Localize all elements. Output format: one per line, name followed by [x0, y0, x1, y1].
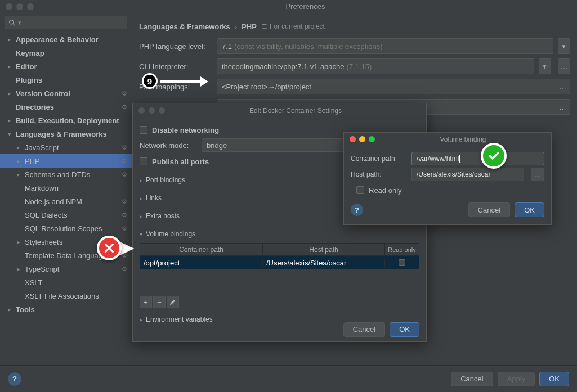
chevron-none-icon — [16, 212, 21, 218]
vb-close-dot[interactable] — [350, 136, 356, 142]
gear-icon — [122, 197, 127, 205]
readonly-checkbox[interactable] — [356, 186, 364, 194]
volume-bindings-table: Container path Host path Read only /opt/… — [140, 243, 419, 292]
search-dropdown-icon[interactable]: ▾ — [18, 19, 21, 26]
chevron-none-icon — [16, 226, 21, 231]
sidebar: ▾ Appearance & BehaviorKeymapEditorPlugi… — [0, 13, 132, 361]
sidebar-item-php[interactable]: PHP — [0, 154, 132, 168]
sidebar-item-schemas-and-dtds[interactable]: Schemas and DTDs — [0, 168, 132, 181]
docker-cancel-button[interactable]: Cancel — [343, 322, 385, 337]
breadcrumb-leaf: PHP — [241, 22, 257, 31]
breadcrumb: Languages & Frameworks › PHP For current… — [139, 19, 570, 34]
volume-binding-title: Volume binding — [375, 136, 551, 143]
sidebar-item-label: Schemas and DTDs — [25, 170, 90, 179]
readonly-label: Read only — [369, 186, 402, 195]
chevron-none-icon — [16, 199, 21, 204]
sidebar-item-label: XSLT File Associations — [25, 292, 99, 300]
sidebar-item-typescript[interactable]: TypeScript — [0, 262, 132, 276]
section-volume-bindings[interactable]: ▾Volume bindings — [140, 227, 419, 241]
chevron-right-icon — [7, 91, 12, 96]
chevron-none-icon — [16, 253, 21, 258]
close-dot[interactable] — [6, 3, 12, 10]
volume-binding-dialog: Volume binding Container path: /var/www/… — [343, 132, 552, 225]
breadcrumb-root[interactable]: Languages & Frameworks — [139, 22, 230, 31]
text-cursor — [459, 155, 460, 163]
sidebar-item-xslt[interactable]: XSLT — [0, 276, 132, 289]
disable-networking-label: Disable networking — [152, 126, 219, 134]
host-path-label: Host path: — [351, 170, 407, 178]
volume-row[interactable]: /opt/project /Users/alexis/Sites/oscar — [140, 256, 419, 269]
min-dot[interactable] — [16, 3, 23, 10]
sidebar-item-label: Plugins — [16, 76, 42, 84]
dlg-close-dot[interactable] — [138, 107, 145, 114]
sidebar-item-label: TypeScript — [25, 265, 59, 273]
sidebar-item-languages-frameworks[interactable]: Languages & Frameworks — [0, 127, 132, 141]
host-path-input[interactable]: /Users/alexis/Sites/oscar — [411, 168, 524, 181]
sidebar-item-tools[interactable]: Tools — [0, 303, 132, 316]
lang-level-dropdown-icon[interactable]: ▼ — [558, 38, 570, 54]
sidebar-item-editor[interactable]: Editor — [0, 60, 132, 73]
path-browse-icon[interactable]: … — [559, 83, 566, 91]
sidebar-item-sql-dialects[interactable]: SQL Dialects — [0, 208, 132, 222]
remove-button[interactable]: − — [153, 296, 166, 308]
lang-level-label: PHP language level: — [139, 42, 212, 51]
publish-all-ports-label: Publish all ports — [152, 157, 209, 166]
footer-ok-button[interactable]: OK — [539, 372, 569, 386]
sidebar-item-build-execution-deployment[interactable]: Build, Execution, Deployment — [0, 114, 132, 127]
annotation-step-9: 9 — [142, 73, 158, 89]
chevron-none-icon — [7, 104, 12, 110]
docker-browse-icon[interactable]: … — [559, 103, 566, 111]
edit-button[interactable] — [167, 296, 179, 308]
chevron-none-icon — [7, 50, 12, 56]
vb-max-dot[interactable] — [369, 136, 375, 142]
sidebar-item-markdown[interactable]: Markdown — [0, 181, 132, 195]
container-path-input[interactable]: /var/www/html — [411, 152, 544, 165]
sidebar-item-version-control[interactable]: Version Control — [0, 87, 132, 100]
sidebar-item-sql-resolution-scopes[interactable]: SQL Resolution Scopes — [0, 222, 132, 235]
cli-browse-button[interactable]: … — [558, 58, 570, 74]
vb-ok-button[interactable]: OK — [515, 202, 544, 217]
row-readonly-checkbox[interactable] — [399, 259, 405, 266]
docker-ok-button[interactable]: OK — [390, 322, 419, 337]
sidebar-item-label: Appearance & Behavior — [16, 35, 99, 44]
dlg-min-dot[interactable] — [149, 107, 155, 114]
cli-dropdown-icon[interactable]: ▼ — [539, 58, 551, 74]
annotation-error-icon — [97, 236, 122, 260]
chevron-right-icon — [16, 158, 21, 164]
col-read-only: Read only — [385, 244, 419, 255]
chevron-none-icon — [16, 293, 21, 299]
gear-icon — [122, 157, 127, 165]
host-path-browse-button[interactable]: … — [531, 168, 544, 181]
publish-all-ports-checkbox[interactable] — [140, 157, 147, 165]
sidebar-item-label: SQL Resolution Scopes — [25, 224, 102, 233]
footer-cancel-button[interactable]: Cancel — [451, 372, 493, 386]
sidebar-item-xslt-file-associations[interactable]: XSLT File Associations — [0, 289, 132, 303]
sidebar-item-directories[interactable]: Directories — [0, 100, 132, 114]
chevron-right-icon — [7, 118, 12, 123]
help-icon[interactable]: ? — [351, 204, 363, 216]
vb-cancel-button[interactable]: Cancel — [468, 202, 510, 217]
footer-help-icon[interactable]: ? — [8, 372, 21, 386]
sidebar-item-javascript[interactable]: JavaScript — [0, 141, 132, 154]
settings-tree: Appearance & BehaviorKeymapEditorPlugins… — [0, 31, 132, 361]
search-input[interactable]: ▾ — [5, 16, 127, 29]
traffic-lights — [0, 3, 34, 10]
dlg-max-dot[interactable] — [159, 107, 165, 114]
sidebar-item-keymap[interactable]: Keymap — [0, 46, 132, 60]
lang-level-select[interactable]: 7.1 (const visibility, nullables, multip… — [217, 38, 553, 54]
sidebar-item-label: JavaScript — [25, 143, 59, 152]
add-button[interactable]: + — [140, 296, 152, 308]
sidebar-item-appearance-behavior[interactable]: Appearance & Behavior — [0, 33, 132, 46]
path-mappings-field[interactable]: <Project root>→/opt/project … — [217, 79, 570, 94]
sidebar-item-label: Node.js and NPM — [25, 197, 82, 206]
sidebar-item-label: Markdown — [25, 184, 59, 192]
gear-icon — [122, 103, 127, 111]
footer-apply-button[interactable]: Apply — [498, 372, 535, 386]
sidebar-item-plugins[interactable]: Plugins — [0, 73, 132, 87]
disable-networking-checkbox[interactable] — [140, 126, 147, 134]
sidebar-item-label: Stylesheets — [25, 238, 62, 246]
sidebar-item-node-js-and-npm[interactable]: Node.js and NPM — [0, 195, 132, 208]
vb-min-dot[interactable] — [359, 136, 365, 142]
cli-select[interactable]: thecodingmachine/php:7.1-v1-apache (7.1.… — [217, 58, 534, 74]
max-dot[interactable] — [27, 3, 34, 10]
